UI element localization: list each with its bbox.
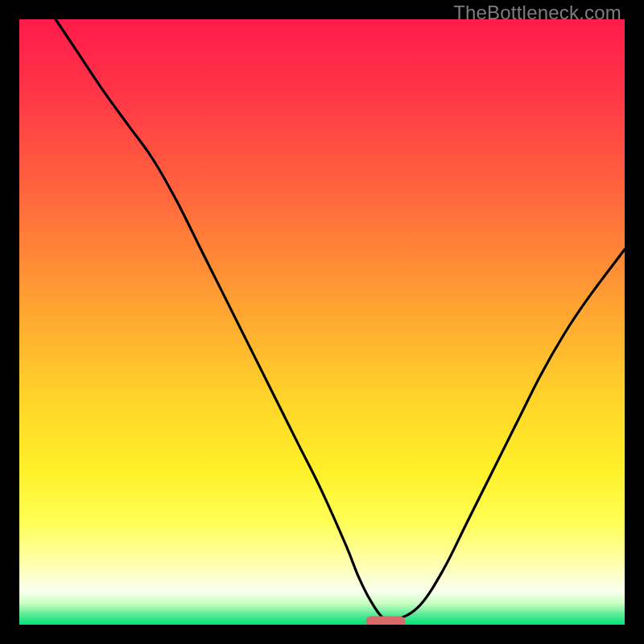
optimal-marker bbox=[366, 617, 406, 625]
chart-frame bbox=[19, 19, 625, 625]
gradient-background bbox=[19, 19, 625, 625]
bottleneck-chart bbox=[19, 19, 625, 625]
